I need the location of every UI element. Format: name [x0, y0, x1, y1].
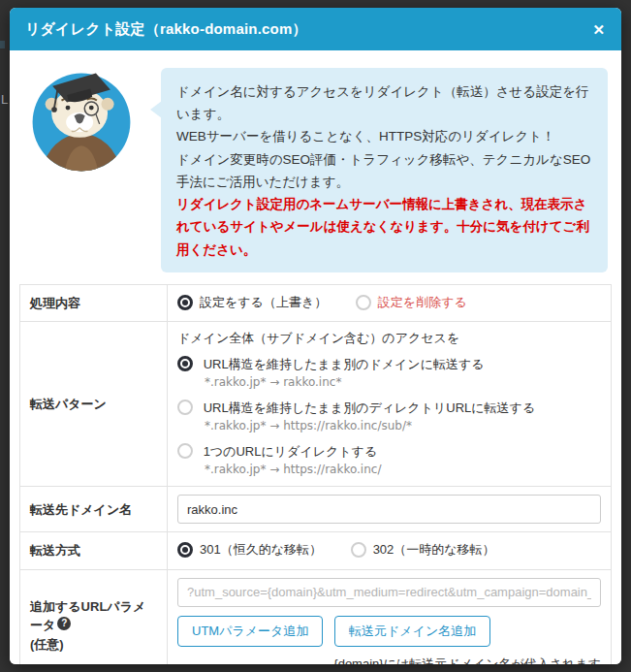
radio-option-label: URL構造を維持したまま別のドメインに転送する [204, 357, 485, 371]
radio-option-label: 設定をする（上書き） [200, 294, 327, 311]
radio-checked-icon[interactable] [177, 356, 193, 371]
radio-option-delete[interactable]: 設定を削除する [356, 294, 467, 311]
radio-option-label: URL構造を維持したまま別のディレクトリURLに転送する [204, 400, 536, 415]
row-method: 転送方式 301（恒久的な移転） 302（一時的な移転） [20, 532, 612, 570]
redirect-settings-modal: リダイレクト設定（rakko-domain.com） ✕ [10, 8, 621, 664]
close-icon[interactable]: ✕ [590, 20, 607, 39]
modal-body: ドメイン名に対するアクセスをリダイレクト（転送）させる設定を行います。 WEBサ… [10, 50, 621, 664]
radio-checked-icon[interactable] [177, 542, 193, 558]
add-utm-params-button[interactable]: UTMパラメータ追加 [177, 616, 323, 647]
pattern-example-text: *.rakko.jp* → rakko.inc* [205, 375, 601, 389]
row-destination-label: 転送先ドメイン名 [20, 487, 168, 532]
radio-option-label: 301（恒久的な移転） [200, 541, 322, 559]
backdrop-artifact-dash [0, 41, 5, 48]
row-url-params-label: 追加するURLパラメータ [30, 599, 145, 633]
radio-option-label: 設定を削除する [378, 294, 467, 311]
param-note-text: {domain}には転送元ドメイン名が代入されます [177, 656, 601, 664]
row-destination: 転送先ドメイン名 [20, 487, 612, 532]
row-pattern-label: 転送パターン [20, 322, 168, 487]
modal-header: リダイレクト設定（rakko-domain.com） ✕ [10, 8, 621, 50]
help-icon[interactable]: ? [57, 617, 71, 630]
intro-line: ドメイン変更時のSEO評価・トラフィック移転や、テクニカルなSEO手法にご活用い… [176, 148, 592, 193]
radio-option-301[interactable]: 301（恒久的な移転） [177, 541, 322, 559]
radio-unchecked-icon[interactable] [177, 443, 193, 459]
radio-option-overwrite[interactable]: 設定をする（上書き） [177, 294, 327, 311]
intro-speech-bubble: ドメイン名に対するアクセスをリダイレクト（転送）させる設定を行います。 WEBサ… [161, 68, 608, 272]
row-url-params: 追加するURLパラメータ? (任意) UTMパラメータ追加 転送元ドメイン名追加… [20, 569, 612, 664]
otter-mascot-avatar [27, 68, 136, 176]
radio-option-pattern-directory[interactable]: URL構造を維持したまま別のディレクトリURLに転送する *.rakko.jp*… [177, 400, 601, 432]
radio-option-label: 302（一時的な移転） [373, 541, 495, 559]
redirect-settings-form: 処理内容 設定をする（上書き） 設定を削除する 転送パターン ドメイン全体（サブ… [19, 284, 612, 664]
row-action: 処理内容 設定をする（上書き） 設定を削除する [20, 284, 612, 322]
backdrop-artifact: L [1, 92, 8, 107]
pattern-example-text: *.rakko.jp* → https://rakko.inc/ [205, 463, 601, 476]
intro-section: ドメイン名に対するアクセスをリダイレクト（転送）させる設定を行います。 WEBサ… [19, 60, 612, 284]
pattern-intro-text: ドメイン全体（サブドメイン含む）のアクセスを [177, 330, 601, 347]
modal-title: リダイレクト設定（rakko-domain.com） [25, 20, 307, 39]
radio-option-pattern-domain[interactable]: URL構造を維持したまま別のドメインに転送する *.rakko.jp* → ra… [177, 356, 601, 389]
radio-option-pattern-single-url[interactable]: 1つのURLにリダイレクトする *.rakko.jp* → https://ra… [177, 443, 601, 476]
radio-unchecked-icon[interactable] [351, 542, 366, 558]
radio-unchecked-icon[interactable] [177, 400, 193, 415]
pattern-example-text: *.rakko.jp* → https://rakko.inc/sub/* [205, 419, 601, 432]
radio-unchecked-icon[interactable] [356, 295, 371, 310]
row-method-label: 転送方式 [20, 532, 168, 570]
row-url-params-optional: (任意) [30, 637, 64, 652]
add-source-domain-button[interactable]: 転送元ドメイン名追加 [334, 616, 490, 647]
intro-warning-text: リダイレクト設定用のネームサーバー情報に上書きされ、現在表示されているサイトやメ… [176, 193, 592, 261]
radio-option-label: 1つのURLにリダイレクトする [204, 444, 378, 459]
radio-checked-icon[interactable] [177, 295, 193, 310]
url-params-input[interactable] [177, 578, 601, 607]
intro-line: ドメイン名に対するアクセスをリダイレクト（転送）させる設定を行います。 [176, 80, 592, 125]
param-buttons: UTMパラメータ追加 転送元ドメイン名追加 [177, 616, 601, 647]
row-pattern: 転送パターン ドメイン全体（サブドメイン含む）のアクセスを URL構造を維持した… [20, 322, 612, 487]
row-action-label: 処理内容 [20, 284, 168, 322]
intro-line: WEBサーバーを借りることなく、HTTPS対応のリダイレクト！ [176, 125, 592, 147]
radio-option-302[interactable]: 302（一時的な移転） [351, 541, 495, 559]
destination-domain-input[interactable] [177, 495, 601, 524]
